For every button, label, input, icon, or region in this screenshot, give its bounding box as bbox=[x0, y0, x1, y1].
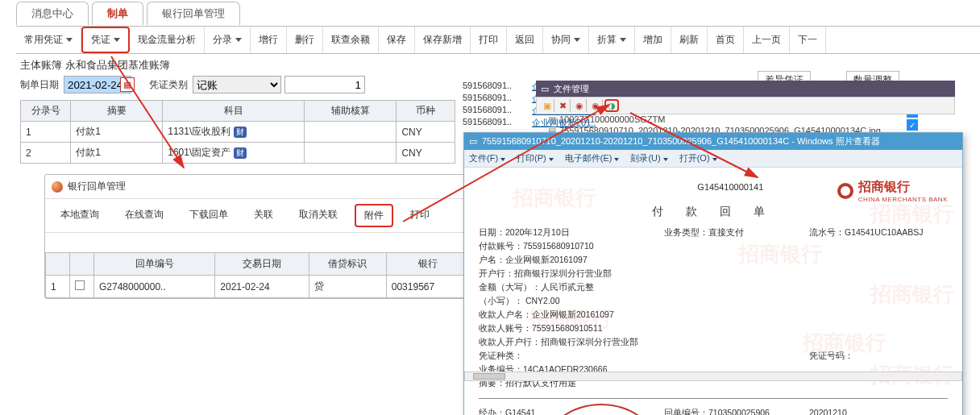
btn-print[interactable]: 打印 bbox=[401, 204, 438, 227]
folder-icon[interactable]: ▣ bbox=[540, 99, 554, 112]
delete-icon[interactable]: ✖ bbox=[556, 99, 571, 112]
col-bank[interactable]: 银行 bbox=[386, 253, 470, 276]
tag-icon: 财 bbox=[234, 147, 247, 159]
field-payer-name: 户名：企业网银新20161097 bbox=[479, 255, 948, 266]
toolbar-back[interactable]: 返回 bbox=[507, 27, 543, 53]
window-title: 755915680910710_20201210-20201210_710350… bbox=[482, 135, 880, 147]
file-item[interactable]: ▤1002ZZ100000000SGZTM bbox=[548, 114, 665, 125]
menu-file[interactable]: 文件(F) bbox=[469, 152, 505, 164]
field-slip-date: 20201210 bbox=[809, 408, 948, 415]
col-aux[interactable]: 辅助核算 bbox=[305, 101, 397, 122]
field-payee-acct: 收款人账号：755915680910511 bbox=[479, 323, 948, 334]
label: 常用凭证 bbox=[24, 33, 63, 47]
horizontal-scrollbar[interactable] bbox=[464, 371, 962, 381]
toolbar-next[interactable]: 下一 bbox=[790, 27, 826, 53]
btn-unlink[interactable]: 取消关联 bbox=[290, 204, 347, 227]
cell-subject: 1601\固定资产财 bbox=[163, 143, 305, 164]
field-payee-open: 收款人开户行：招商银行深圳分行营业部 bbox=[479, 337, 948, 348]
field-serial: 流水号：G14541UC10AABSJ bbox=[809, 227, 948, 239]
chevron-down-icon bbox=[620, 38, 626, 42]
btn-online-query[interactable]: 在线查询 bbox=[116, 204, 172, 227]
file-icon: ▤ bbox=[548, 114, 556, 124]
table-row[interactable]: 1 G2748000000.. 2021-02-24 贷 00319567 bbox=[46, 276, 471, 298]
table-row[interactable]: 2 付款1 1601\固定资产财 CNY bbox=[21, 143, 455, 164]
ledger-title: 主体账簿 永和食品集团基准账簿 bbox=[20, 58, 170, 73]
toolbar-add2[interactable]: 增加 bbox=[635, 27, 671, 53]
file-manager-titlebar[interactable]: ▭ 文件管理 bbox=[536, 81, 955, 97]
menu-print[interactable]: 打印(P) bbox=[517, 152, 554, 164]
col-summary[interactable]: 摘要 bbox=[71, 101, 163, 122]
tab-make-voucher[interactable]: 制单 bbox=[92, 2, 143, 25]
toolbar-prev[interactable]: 上一页 bbox=[744, 27, 790, 53]
voucher-seq-input[interactable] bbox=[284, 76, 365, 93]
toolbar-discount[interactable]: 折算 bbox=[589, 27, 635, 53]
menu-open[interactable]: 打开(O) bbox=[679, 152, 717, 164]
toolbar-common-voucher[interactable]: 常用凭证 bbox=[16, 27, 81, 53]
calendar-icon[interactable]: ▦ bbox=[120, 77, 135, 92]
receipt-body: 日期：2020年12月10日 业务类型：直接支付 流水号：G14541UC10A… bbox=[479, 227, 948, 415]
btn-local-query[interactable]: 本地查询 bbox=[52, 204, 108, 227]
field-amount-upper: 金额（大写）：人民币贰元整 bbox=[479, 282, 948, 293]
checkbox-checked[interactable]: ✓ bbox=[907, 119, 918, 131]
toolbar-save-new[interactable]: 保存新增 bbox=[415, 27, 471, 53]
tab-bank-receipt[interactable]: 银行回单管理 bbox=[147, 2, 240, 25]
bank-receipt-panel: 银行回单管理 本地查询 在线查询 下载回单 关联 取消关联 附件 打印 回单编号… bbox=[44, 174, 471, 299]
btn-link[interactable]: 关联 bbox=[245, 204, 282, 227]
chevron-down-icon bbox=[66, 38, 73, 42]
field-amount-lower: （小写）： CNY2.00 bbox=[479, 296, 948, 307]
btn-attachment[interactable]: 附件 bbox=[355, 204, 393, 227]
top-tabs: 消息中心 制单 银行回单管理 bbox=[16, 2, 243, 25]
window-icon: ▭ bbox=[541, 84, 549, 94]
chevron-down-icon bbox=[663, 158, 668, 161]
toolbar-del-row[interactable]: 删行 bbox=[287, 27, 323, 53]
save-icon[interactable]: ◉ bbox=[572, 99, 587, 112]
tab-message-center[interactable]: 消息中心 bbox=[16, 2, 89, 25]
window-title: 文件管理 bbox=[554, 83, 589, 95]
btn-download[interactable]: 下载回单 bbox=[181, 204, 237, 227]
col-trade-date[interactable]: 交易日期 bbox=[215, 253, 309, 276]
cell-no: 2 bbox=[21, 143, 71, 164]
chevron-down-icon bbox=[614, 158, 619, 161]
chevron-down-icon bbox=[574, 38, 580, 42]
field-payee-name: 收款人户名：企业网银新20161097 bbox=[479, 309, 948, 321]
toolbar-save[interactable]: 保存 bbox=[379, 27, 415, 53]
cell-currency: CNY bbox=[397, 122, 455, 143]
toolbar-voucher[interactable]: 凭证 bbox=[81, 27, 130, 53]
cmb-logo-icon bbox=[837, 183, 853, 199]
toolbar-balance[interactable]: 联查余额 bbox=[323, 27, 379, 53]
col-dc[interactable]: 借贷标识 bbox=[309, 253, 387, 276]
toolbar-print[interactable]: 打印 bbox=[471, 27, 507, 53]
cell-summary: 付款1 bbox=[71, 143, 163, 164]
viewer-menubar: 文件(F) 打印(P) 电子邮件(E) 刻录(U) 打开(O) bbox=[464, 150, 962, 168]
preview-icon[interactable]: ◑ bbox=[604, 99, 619, 112]
menu-email[interactable]: 电子邮件(E) bbox=[565, 152, 620, 164]
toolbar-entry[interactable]: 分录 bbox=[205, 27, 251, 53]
field-date: 日期：2020年12月10日 bbox=[479, 227, 656, 239]
toolbar-coop[interactable]: 协同 bbox=[543, 27, 589, 53]
receipt-no: G145410000141 bbox=[697, 182, 763, 192]
toolbar-refresh[interactable]: 刷新 bbox=[671, 27, 708, 53]
label: 凭证 bbox=[91, 33, 110, 47]
toolbar-add-row[interactable]: 增行 bbox=[251, 27, 287, 53]
window-icon: ▭ bbox=[469, 136, 477, 147]
col-currency[interactable]: 币种 bbox=[397, 101, 455, 122]
col-entry-no[interactable]: 分录号 bbox=[21, 101, 71, 122]
scrollbar-thumb[interactable] bbox=[473, 373, 505, 380]
table-row[interactable]: 1 付款1 1131\应收股利财 CNY bbox=[21, 122, 455, 143]
checkbox[interactable] bbox=[75, 280, 85, 290]
col-receipt-no[interactable]: 回单编号 bbox=[94, 253, 215, 276]
chevron-down-icon bbox=[235, 38, 242, 42]
toolbar-cashflow[interactable]: 现金流量分析 bbox=[130, 27, 205, 53]
field-biztype: 业务类型：直接支付 bbox=[664, 227, 801, 239]
type-label: 凭证类别 bbox=[149, 78, 188, 92]
cell-date: 2021-02-24 bbox=[215, 276, 309, 298]
menu-burn[interactable]: 刻录(U) bbox=[630, 152, 667, 164]
cell-summary: 付款1 bbox=[71, 122, 163, 143]
tool-icon[interactable]: ◉ bbox=[588, 99, 603, 112]
field-payer-open: 开户行：招商银行深圳分行营业部 bbox=[479, 268, 948, 280]
voucher-type-select[interactable]: 记账 bbox=[193, 76, 281, 93]
viewer-titlebar[interactable]: ▭ 755915680910710_20201210-20201210_7103… bbox=[464, 133, 962, 150]
toolbar-home[interactable]: 首页 bbox=[708, 27, 744, 53]
col-subject[interactable]: 科目 bbox=[163, 101, 305, 122]
bank-name: 招商银行 bbox=[858, 179, 948, 196]
